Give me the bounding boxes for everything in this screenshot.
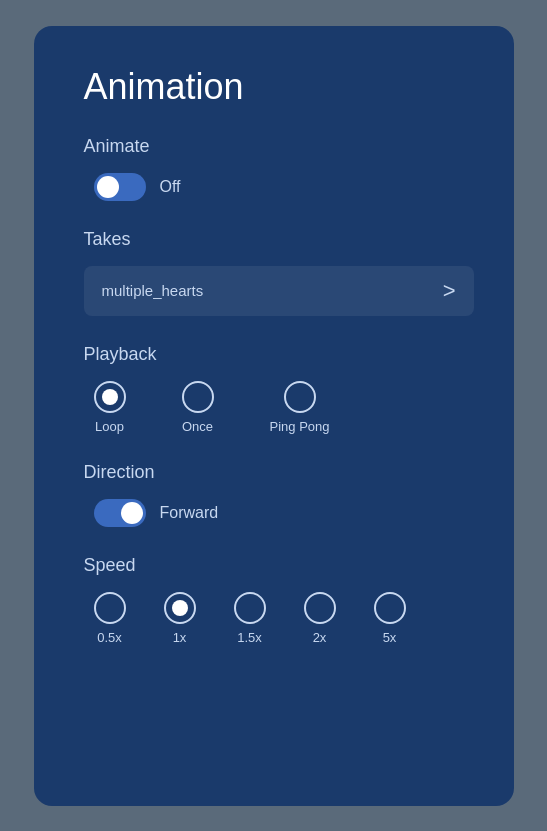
speed-radio-1.5x — [234, 592, 266, 624]
speed-radio-1x-inner — [172, 600, 188, 616]
playback-radio-ping-pong — [284, 381, 316, 413]
playback-ping-pong-label: Ping Pong — [270, 419, 330, 434]
speed-option-1x[interactable]: 1x — [164, 592, 196, 645]
animation-panel: Animation Animate Off Takes multiple_hea… — [34, 26, 514, 806]
speed-radio-0.5x — [94, 592, 126, 624]
speed-radio-group: 0.5x 1x 1.5x 2x 5x — [84, 592, 474, 645]
animate-toggle-text: Off — [160, 178, 181, 196]
takes-arrow-icon: > — [443, 278, 456, 304]
speed-radio-5x — [374, 592, 406, 624]
playback-loop-label: Loop — [95, 419, 124, 434]
speed-label: Speed — [84, 555, 474, 576]
playback-radio-loop-inner — [102, 389, 118, 405]
playback-option-once[interactable]: Once — [182, 381, 214, 434]
speed-2x-label: 2x — [313, 630, 327, 645]
speed-0.5x-label: 0.5x — [97, 630, 122, 645]
speed-option-5x[interactable]: 5x — [374, 592, 406, 645]
speed-1x-label: 1x — [173, 630, 187, 645]
direction-label: Direction — [84, 462, 474, 483]
playback-once-label: Once — [182, 419, 213, 434]
animate-toggle-knob — [97, 176, 119, 198]
speed-radio-2x — [304, 592, 336, 624]
playback-radio-loop — [94, 381, 126, 413]
direction-section: Direction Forward — [84, 462, 474, 527]
animate-label: Animate — [84, 136, 474, 157]
speed-option-1.5x[interactable]: 1.5x — [234, 592, 266, 645]
animate-toggle[interactable] — [94, 173, 146, 201]
speed-5x-label: 5x — [383, 630, 397, 645]
takes-section: Takes multiple_hearts > — [84, 229, 474, 316]
playback-radio-once — [182, 381, 214, 413]
animate-section: Animate Off — [84, 136, 474, 201]
page-title: Animation — [84, 66, 474, 108]
speed-option-0.5x[interactable]: 0.5x — [94, 592, 126, 645]
playback-label: Playback — [84, 344, 474, 365]
direction-toggle[interactable] — [94, 499, 146, 527]
speed-section: Speed 0.5x 1x 1.5x 2x — [84, 555, 474, 645]
direction-toggle-row: Forward — [84, 499, 474, 527]
speed-option-2x[interactable]: 2x — [304, 592, 336, 645]
playback-option-ping-pong[interactable]: Ping Pong — [270, 381, 330, 434]
direction-toggle-knob — [121, 502, 143, 524]
playback-section: Playback Loop Once Ping Pong — [84, 344, 474, 434]
speed-1.5x-label: 1.5x — [237, 630, 262, 645]
direction-toggle-text: Forward — [160, 504, 219, 522]
playback-option-loop[interactable]: Loop — [94, 381, 126, 434]
takes-value: multiple_hearts — [102, 282, 204, 299]
animate-toggle-row: Off — [84, 173, 474, 201]
speed-radio-1x — [164, 592, 196, 624]
playback-radio-group: Loop Once Ping Pong — [84, 381, 474, 434]
takes-selector[interactable]: multiple_hearts > — [84, 266, 474, 316]
takes-label: Takes — [84, 229, 474, 250]
